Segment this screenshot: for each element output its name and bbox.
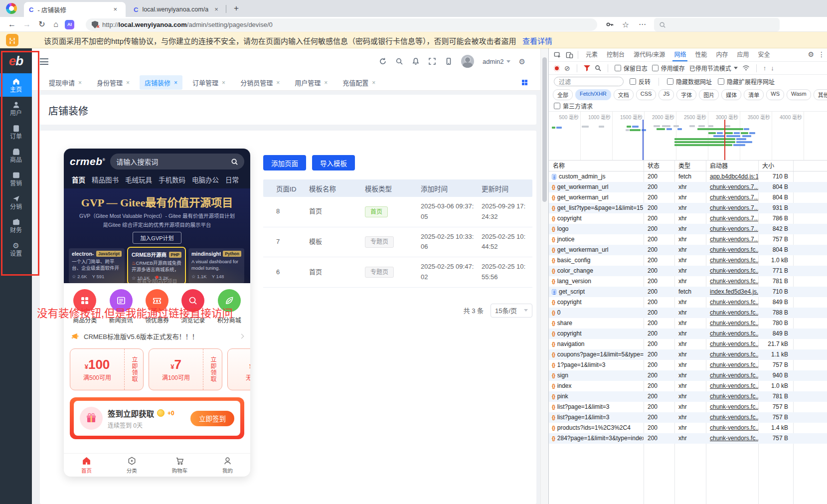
fullscreen-icon[interactable] <box>428 57 436 65</box>
preview-search-bar[interactable]: 请输入搜索词 <box>110 154 244 169</box>
filter-chip[interactable]: 清单 <box>744 89 764 100</box>
request-initiator[interactable]: chunk-vendors.fc... <box>706 360 758 370</box>
network-request-row[interactable]: navigation 200 xhr chunk-vendors.fc... 2… <box>549 339 827 349</box>
close-tab-icon[interactable] <box>222 79 225 86</box>
disable-cache-checkbox[interactable]: 停用缓存 <box>652 64 685 72</box>
header-settings-icon[interactable]: ⚙ <box>519 58 525 65</box>
bookmark-star-icon[interactable]: ☆ <box>620 19 631 30</box>
signin-button[interactable]: 立即签到 <box>190 411 234 426</box>
network-request-row[interactable]: get_list?type=&page=1&limit=15 200 xhr c… <box>549 203 827 213</box>
nav-item[interactable]: 毛绒玩具 <box>125 174 152 184</box>
throttling-select[interactable]: 已停用节流模式 <box>689 64 738 72</box>
network-request-row[interactable]: products?ids=1%2C3%2C4 200 xhr chunk-ven… <box>549 423 827 433</box>
request-initiator[interactable]: chunk-vendors.fc... <box>706 329 758 339</box>
request-initiator[interactable]: index.fed5d3e4.js... <box>706 287 758 297</box>
filter-chip[interactable]: 全部 <box>553 89 573 100</box>
request-initiator[interactable]: chunk-vendors.7... <box>706 182 758 192</box>
network-request-row[interactable]: list?page=1&limit=3 200 xhr chunk-vendor… <box>549 412 827 423</box>
inspect-element-icon[interactable] <box>552 50 563 60</box>
home-icon[interactable]: ⌂ <box>50 18 62 30</box>
network-request-row[interactable]: list?page=1&limit=3 200 xhr chunk-vendor… <box>549 402 827 412</box>
nav-item[interactable]: 首页 <box>72 174 85 184</box>
toolbar-search-box[interactable] <box>654 18 780 31</box>
request-initiator[interactable]: chunk-vendors.fc... <box>706 423 758 433</box>
tabbar-category[interactable]: 分类 <box>127 456 137 474</box>
workspace-tab[interactable]: 分销员管理 <box>235 75 285 90</box>
request-initiator[interactable]: chunk-vendors.7... <box>706 203 758 213</box>
coupon-card[interactable]: ¥100 满500可用 立即领取 <box>70 348 144 390</box>
filter-chip[interactable]: 媒体 <box>721 89 741 100</box>
filter-chip[interactable]: Fetch/XHR <box>575 89 611 100</box>
tabbar-mine[interactable]: 我的 <box>222 456 233 474</box>
ai-extension-icon[interactable]: AI <box>65 20 74 29</box>
device-toolbar-icon[interactable] <box>564 50 575 60</box>
devtools-tab[interactable]: 应用 <box>732 48 753 61</box>
devtools-tab[interactable]: 源代码/来源 <box>629 48 669 61</box>
hide-extension-urls-checkbox[interactable]: 隐藏扩展程序网址 <box>718 77 775 86</box>
browser-tab-2[interactable]: C local.wenyiyanoa.com/adm × <box>129 2 225 17</box>
network-request-row[interactable]: copyright 200 xhr chunk-vendors.fc... 84… <box>549 297 827 308</box>
network-request-row[interactable]: copyright 200 xhr chunk-vendors.fc... 84… <box>549 329 827 339</box>
network-request-row[interactable]: 284?page=1&limit=3&type=index 200 xhr ch… <box>549 433 827 444</box>
tab-options-grid-icon[interactable] <box>522 80 527 85</box>
claim-coupon-button[interactable]: 立即领取 <box>203 349 222 390</box>
network-overview[interactable]: 500 毫秒1000 毫秒1500 毫秒2000 毫秒2500 毫秒3000 毫… <box>549 112 827 161</box>
third-party-checkbox[interactable]: 第三方请求 <box>554 102 593 110</box>
request-initiator[interactable]: chunk-vendors.fc... <box>706 266 758 276</box>
filter-chip[interactable]: 图片 <box>699 89 719 100</box>
tabbar-cart[interactable]: 购物车 <box>172 456 188 474</box>
network-request-row[interactable]: get_workerman_url 200 xhr chunk-vendors.… <box>549 192 827 203</box>
request-initiator[interactable]: chunk-vendors.fc... <box>706 391 758 402</box>
username[interactable]: admin2 <box>483 58 510 65</box>
import-har-icon[interactable]: ↑ <box>763 64 767 72</box>
network-request-row[interactable]: 0 200 xhr chunk-vendors.fc... 788 B <box>549 308 827 318</box>
network-request-row[interactable]: coupons?page=1&limit=5&type=... 200 xhr … <box>549 349 827 360</box>
filter-chip[interactable]: 文档 <box>614 89 634 100</box>
network-request-row[interactable]: color_change 200 xhr chunk-vendors.fc...… <box>549 266 827 276</box>
filter-input[interactable]: 过滤 <box>554 77 624 86</box>
insecure-shield-icon[interactable] <box>92 21 98 28</box>
request-initiator[interactable]: chunk-vendors.7... <box>706 213 758 224</box>
table-row[interactable]: 8 首页 首页 2025-03-06 09:37:05 2025-09-29 1… <box>263 197 532 227</box>
request-initiator[interactable]: chunk-vendors.fc... <box>706 276 758 287</box>
workspace-tab[interactable]: 店铺装修 <box>140 75 182 90</box>
url-text[interactable]: http://local.wenyiyanoa.com/admin/settin… <box>102 21 273 28</box>
devtools-tab[interactable]: 内存 <box>711 48 732 61</box>
network-request-row[interactable]: get_workerman_url 200 xhr chunk-vendors.… <box>549 245 827 255</box>
request-initiator[interactable]: chunk-vendors.fc... <box>706 318 758 329</box>
network-request-row[interactable]: basic_config 200 xhr chunk-vendors.fc...… <box>549 255 827 266</box>
refresh-icon[interactable]: ↻ <box>36 18 48 30</box>
network-table-header[interactable]: 名称 状态 类型 启动器 大小 <box>549 161 827 171</box>
record-icon[interactable] <box>554 65 560 71</box>
network-request-row[interactable]: lang_version 200 xhr chunk-vendors.fc...… <box>549 276 827 287</box>
network-request-row[interactable]: index 200 xhr chunk-vendors.fc... 1.0 kB <box>549 381 827 391</box>
devtools-tab[interactable]: 元素 <box>581 48 602 61</box>
close-tab-icon[interactable] <box>174 79 177 86</box>
invert-checkbox[interactable]: 反转 <box>630 77 651 86</box>
workspace-tab[interactable]: 身份管理 <box>92 75 135 90</box>
network-request-row[interactable]: sign 200 xhr chunk-vendors.fc... 940 B <box>549 370 827 381</box>
network-search-icon[interactable] <box>595 65 601 71</box>
close-tab-icon[interactable] <box>276 79 280 86</box>
network-request-row[interactable]: 1?page=1&limit=3 200 xhr chunk-vendors.f… <box>549 360 827 370</box>
request-initiator[interactable]: chunk-vendors.fc... <box>706 255 758 266</box>
network-request-row[interactable]: pink 200 xhr chunk-vendors.fc... 781 B <box>549 391 827 402</box>
request-initiator[interactable]: chunk-vendors.7... <box>706 234 758 245</box>
hide-data-urls-checkbox[interactable]: 隐藏数据网址 <box>667 77 712 86</box>
claim-coupon-button[interactable]: 立即领取 <box>124 349 143 390</box>
request-initiator[interactable]: chunk-vendors.fc... <box>706 245 758 255</box>
network-request-row[interactable]: logo 200 xhr chunk-vendors.7... 842 B <box>549 224 827 234</box>
close-tab-icon[interactable] <box>78 79 82 86</box>
more-menu-icon[interactable]: ⋯ <box>637 19 648 30</box>
table-row[interactable]: 6 首页 专题页 2025-02-25 09:47:02 2025-02-25 … <box>263 257 532 288</box>
workspace-tab[interactable]: 充值配置 <box>337 75 380 90</box>
close-tab-icon[interactable]: × <box>111 5 119 13</box>
warning-details-link[interactable]: 查看详情 <box>522 35 552 46</box>
export-har-icon[interactable]: ↓ <box>771 64 774 72</box>
request-initiator[interactable]: chunk-vendors.fc... <box>706 370 758 381</box>
nav-item[interactable]: 精品图书 <box>92 174 119 184</box>
notice-bar[interactable]: CRMEB标准版V5.6版本正式发布！！！ <box>64 327 250 344</box>
browser-tab-active[interactable]: C - 店铺装修 × <box>24 2 126 17</box>
close-tab-icon[interactable] <box>324 79 328 86</box>
request-initiator[interactable]: chunk-vendors.fc... <box>706 381 758 391</box>
